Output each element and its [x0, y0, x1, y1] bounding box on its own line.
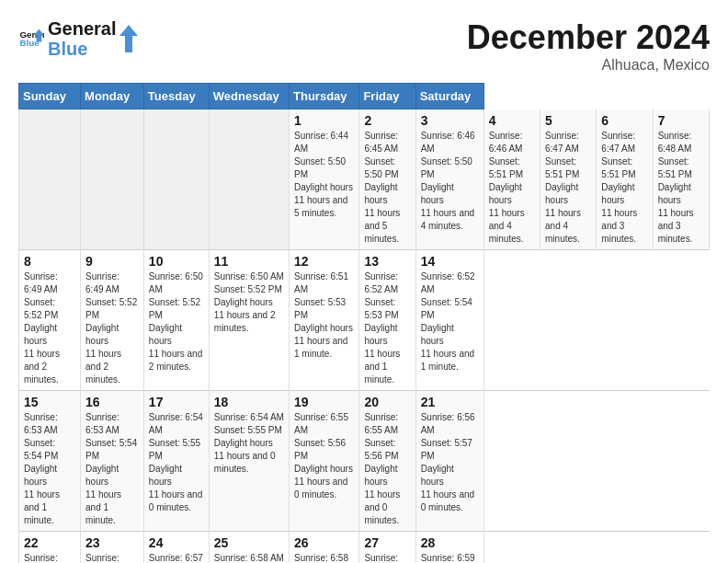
- weekday-header-thursday: Thursday: [290, 84, 359, 109]
- calendar-cell: 9 Sunrise: 6:49 AM Sunset: 5:52 PM Dayli…: [81, 250, 144, 391]
- logo-line1: General: [48, 18, 116, 39]
- day-number: 14: [421, 254, 479, 269]
- day-number: 13: [364, 254, 410, 269]
- header: General Blue General Blue December 2024 …: [18, 18, 710, 74]
- svg-marker-3: [119, 25, 138, 52]
- day-info: Sunrise: 6:57 AM Sunset: 5:58 PM Dayligh…: [85, 552, 139, 563]
- calendar-week-row: 22 Sunrise: 6:56 AM Sunset: 5:57 PM Dayl…: [19, 532, 710, 564]
- calendar-cell: 12 Sunrise: 6:51 AM Sunset: 5:53 PM Dayl…: [290, 250, 359, 391]
- day-number: 28: [421, 535, 479, 550]
- calendar-cell: 15 Sunrise: 6:53 AM Sunset: 5:54 PM Dayl…: [19, 391, 81, 532]
- day-number: 4: [489, 113, 535, 128]
- calendar-cell: 13 Sunrise: 6:52 AM Sunset: 5:53 PM Dayl…: [359, 250, 415, 391]
- weekday-header-tuesday: Tuesday: [143, 84, 209, 109]
- calendar-cell: 4 Sunrise: 6:46 AM Sunset: 5:51 PM Dayli…: [483, 109, 540, 250]
- calendar-cell: 7 Sunrise: 6:48 AM Sunset: 5:51 PM Dayli…: [653, 109, 709, 250]
- day-info: Sunrise: 6:56 AM Sunset: 5:57 PM Dayligh…: [421, 411, 479, 514]
- calendar-cell: 22 Sunrise: 6:56 AM Sunset: 5:57 PM Dayl…: [19, 532, 81, 564]
- day-number: 12: [294, 254, 354, 269]
- day-number: 9: [85, 254, 139, 269]
- day-number: 27: [364, 535, 410, 550]
- day-info: Sunrise: 6:56 AM Sunset: 5:57 PM Dayligh…: [24, 552, 75, 563]
- day-number: 5: [545, 113, 591, 128]
- calendar-cell: 1 Sunrise: 6:44 AM Sunset: 5:50 PM Dayli…: [290, 109, 359, 250]
- day-number: 6: [601, 113, 647, 128]
- title-area: December 2024 Alhuaca, Mexico: [467, 18, 710, 74]
- logo-line2: Blue: [48, 39, 116, 59]
- day-info: Sunrise: 6:53 AM Sunset: 5:54 PM Dayligh…: [24, 411, 75, 527]
- day-info: Sunrise: 6:46 AM Sunset: 5:50 PM Dayligh…: [421, 130, 479, 233]
- calendar-cell: 8 Sunrise: 6:49 AM Sunset: 5:52 PM Dayli…: [19, 250, 81, 391]
- day-number: 23: [85, 535, 139, 550]
- day-info: Sunrise: 6:52 AM Sunset: 5:54 PM Dayligh…: [421, 270, 479, 373]
- month-title: December 2024: [467, 18, 710, 57]
- day-number: 19: [294, 395, 354, 409]
- day-info: Sunrise: 6:59 AM Sunset: 6:00 PM Dayligh…: [421, 552, 479, 563]
- day-number: 24: [149, 535, 204, 550]
- calendar-cell: 5 Sunrise: 6:47 AM Sunset: 5:51 PM Dayli…: [540, 109, 597, 250]
- day-info: Sunrise: 6:48 AM Sunset: 5:51 PM Dayligh…: [658, 130, 704, 246]
- day-info: Sunrise: 6:44 AM Sunset: 5:50 PM Dayligh…: [294, 130, 354, 220]
- calendar-header-row: SundayMondayTuesdayWednesdayThursdayFrid…: [19, 84, 710, 109]
- day-number: 15: [24, 395, 75, 409]
- calendar-table: SundayMondayTuesdayWednesdayThursdayFrid…: [18, 83, 710, 563]
- calendar-cell: 26 Sunrise: 6:58 AM Sunset: 5:59 PM Dayl…: [290, 532, 359, 564]
- calendar-cell: [143, 109, 209, 250]
- calendar-cell: 16 Sunrise: 6:53 AM Sunset: 5:54 PM Dayl…: [81, 391, 144, 532]
- day-info: Sunrise: 6:55 AM Sunset: 5:56 PM Dayligh…: [294, 411, 354, 501]
- day-info: Sunrise: 6:54 AM Sunset: 5:55 PM Dayligh…: [214, 411, 284, 476]
- day-number: 16: [85, 395, 139, 409]
- day-info: Sunrise: 6:50 AM Sunset: 5:52 PM Dayligh…: [214, 270, 284, 335]
- day-number: 7: [658, 113, 704, 128]
- day-number: 20: [364, 395, 410, 409]
- weekday-header-saturday: Saturday: [415, 84, 483, 109]
- day-info: Sunrise: 6:57 AM Sunset: 5:58 PM Dayligh…: [149, 552, 204, 563]
- weekday-header-friday: Friday: [359, 84, 415, 109]
- day-info: Sunrise: 6:54 AM Sunset: 5:55 PM Dayligh…: [149, 411, 204, 514]
- calendar-cell: 21 Sunrise: 6:56 AM Sunset: 5:57 PM Dayl…: [415, 391, 483, 532]
- day-info: Sunrise: 6:59 AM Sunset: 6:00 PM Dayligh…: [364, 552, 410, 563]
- weekday-header-sunday: Sunday: [19, 84, 81, 109]
- day-info: Sunrise: 6:49 AM Sunset: 5:52 PM Dayligh…: [85, 270, 139, 386]
- calendar-cell: 17 Sunrise: 6:54 AM Sunset: 5:55 PM Dayl…: [143, 391, 209, 532]
- day-number: 3: [421, 113, 479, 128]
- calendar-cell: 20 Sunrise: 6:55 AM Sunset: 5:56 PM Dayl…: [359, 391, 415, 532]
- day-number: 1: [294, 113, 354, 128]
- calendar-week-row: 1 Sunrise: 6:44 AM Sunset: 5:50 PM Dayli…: [19, 109, 710, 250]
- calendar-cell: 27 Sunrise: 6:59 AM Sunset: 6:00 PM Dayl…: [359, 532, 415, 564]
- calendar-cell: [209, 109, 289, 250]
- day-number: 17: [149, 395, 204, 409]
- calendar-cell: [19, 109, 81, 250]
- day-info: Sunrise: 6:45 AM Sunset: 5:50 PM Dayligh…: [364, 130, 410, 246]
- day-info: Sunrise: 6:58 AM Sunset: 5:59 PM Dayligh…: [214, 552, 284, 563]
- calendar-cell: 18 Sunrise: 6:54 AM Sunset: 5:55 PM Dayl…: [209, 391, 289, 532]
- day-info: Sunrise: 6:50 AM Sunset: 5:52 PM Dayligh…: [149, 270, 204, 373]
- weekday-header-wednesday: Wednesday: [209, 84, 289, 109]
- day-info: Sunrise: 6:53 AM Sunset: 5:54 PM Dayligh…: [85, 411, 139, 527]
- day-info: Sunrise: 6:46 AM Sunset: 5:51 PM Dayligh…: [489, 130, 535, 246]
- logo: General Blue General Blue: [18, 18, 138, 59]
- location: Alhuaca, Mexico: [467, 57, 710, 74]
- calendar-cell: 28 Sunrise: 6:59 AM Sunset: 6:00 PM Dayl…: [415, 532, 483, 564]
- calendar-cell: 11 Sunrise: 6:50 AM Sunset: 5:52 PM Dayl…: [209, 250, 289, 391]
- logo-icon: General Blue: [18, 26, 44, 52]
- day-info: Sunrise: 6:51 AM Sunset: 5:53 PM Dayligh…: [294, 270, 354, 361]
- calendar-week-row: 8 Sunrise: 6:49 AM Sunset: 5:52 PM Dayli…: [19, 250, 710, 391]
- day-info: Sunrise: 6:49 AM Sunset: 5:52 PM Dayligh…: [24, 270, 75, 386]
- calendar-cell: 23 Sunrise: 6:57 AM Sunset: 5:58 PM Dayl…: [81, 532, 144, 564]
- day-number: 26: [294, 535, 354, 550]
- day-info: Sunrise: 6:47 AM Sunset: 5:51 PM Dayligh…: [545, 130, 591, 246]
- day-number: 10: [149, 254, 204, 269]
- calendar-cell: 10 Sunrise: 6:50 AM Sunset: 5:52 PM Dayl…: [143, 250, 209, 391]
- day-info: Sunrise: 6:52 AM Sunset: 5:53 PM Dayligh…: [364, 270, 410, 386]
- day-number: 11: [214, 254, 284, 269]
- day-number: 22: [24, 535, 75, 550]
- day-number: 18: [214, 395, 284, 409]
- weekday-header-monday: Monday: [81, 84, 144, 109]
- day-info: Sunrise: 6:58 AM Sunset: 5:59 PM Dayligh…: [294, 552, 354, 563]
- calendar-cell: 2 Sunrise: 6:45 AM Sunset: 5:50 PM Dayli…: [359, 109, 415, 250]
- day-info: Sunrise: 6:55 AM Sunset: 5:56 PM Dayligh…: [364, 411, 410, 527]
- day-number: 2: [364, 113, 410, 128]
- calendar-cell: 24 Sunrise: 6:57 AM Sunset: 5:58 PM Dayl…: [143, 532, 209, 564]
- calendar-cell: [81, 109, 144, 250]
